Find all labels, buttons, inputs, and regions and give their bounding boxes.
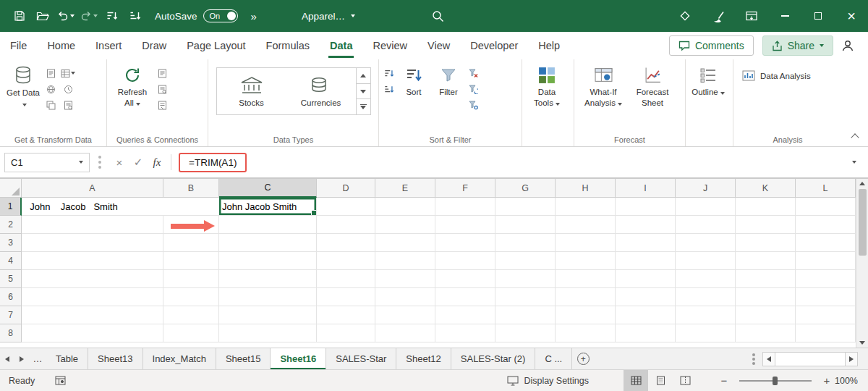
sheet-overflow-button[interactable]: …	[29, 348, 46, 369]
cell[interactable]	[796, 288, 856, 306]
from-text-csv-icon[interactable]	[43, 67, 58, 80]
cell[interactable]	[736, 216, 796, 234]
get-data-button[interactable]: Get Data	[3, 64, 43, 112]
properties-icon[interactable]	[155, 83, 169, 96]
cell[interactable]	[556, 234, 616, 252]
refresh-all-dropdown-icon[interactable]	[136, 103, 140, 106]
sensitivity-diamond-icon[interactable]	[668, 0, 702, 32]
recent-sources-icon[interactable]	[61, 83, 75, 96]
gallery-scroll-down-icon[interactable]	[357, 84, 370, 100]
sort-button[interactable]: Sort	[396, 64, 431, 100]
cell[interactable]	[676, 324, 736, 342]
ribbon-tab-formulas[interactable]: Formulas	[256, 32, 320, 59]
save-icon[interactable]	[9, 5, 30, 27]
document-title[interactable]: Apparel…	[302, 11, 355, 22]
cell[interactable]	[317, 216, 375, 234]
cell[interactable]	[736, 324, 796, 342]
cell[interactable]	[22, 234, 163, 252]
cell[interactable]	[676, 288, 736, 306]
cell[interactable]	[317, 252, 375, 270]
advanced-filter-icon[interactable]	[466, 98, 480, 112]
cell[interactable]	[22, 270, 163, 288]
gallery-scroll-up-icon[interactable]	[357, 68, 370, 84]
column-header-g[interactable]: G	[495, 179, 556, 198]
autosave-toggle[interactable]: On	[203, 9, 238, 22]
select-all-corner[interactable]	[0, 179, 22, 198]
column-header-b[interactable]: B	[163, 179, 219, 198]
ribbon-tab-home[interactable]: Home	[37, 32, 85, 59]
name-box-dropdown-icon[interactable]	[79, 161, 83, 164]
cell[interactable]	[495, 252, 556, 270]
cell[interactable]	[317, 234, 375, 252]
data-source-settings-icon[interactable]	[61, 98, 75, 112]
cell[interactable]	[375, 324, 435, 342]
cell[interactable]	[375, 270, 435, 288]
cell[interactable]	[616, 306, 676, 324]
cell[interactable]	[219, 252, 317, 270]
tab-splitter-handle[interactable]	[752, 358, 755, 361]
ribbon-tab-developer[interactable]: Developer	[460, 32, 528, 59]
column-header-d[interactable]: D	[317, 179, 375, 198]
cell[interactable]	[435, 306, 495, 324]
cell[interactable]	[676, 198, 736, 216]
ribbon-tab-data[interactable]: Data	[320, 32, 362, 59]
sheet-tab-sheet16-active[interactable]: Sheet16	[271, 348, 326, 369]
row-header-8[interactable]: 8	[0, 324, 22, 342]
cell[interactable]	[163, 288, 219, 306]
queries-connections-icon[interactable]	[155, 67, 169, 80]
cell[interactable]	[317, 324, 375, 342]
column-header-e[interactable]: E	[375, 179, 435, 198]
cell[interactable]	[556, 252, 616, 270]
cell[interactable]	[163, 324, 219, 342]
sort-ascending-icon[interactable]	[101, 5, 123, 27]
cell[interactable]	[556, 288, 616, 306]
normal-view-icon[interactable]	[624, 370, 648, 391]
column-header-c[interactable]: C	[219, 179, 317, 198]
hscroll-right-icon[interactable]	[845, 352, 858, 366]
hscroll-left-icon[interactable]	[762, 352, 775, 366]
qat-overflow-button[interactable]: »	[251, 10, 257, 22]
cell[interactable]	[219, 234, 317, 252]
sheet-tab-sales-star[interactable]: SALES-Star	[326, 348, 396, 369]
zoom-slider-knob[interactable]	[773, 377, 778, 385]
ribbon-tab-insert[interactable]: Insert	[85, 32, 132, 59]
minimize-button[interactable]	[768, 0, 801, 32]
data-type-stocks[interactable]: Stocks	[217, 68, 286, 114]
cell[interactable]	[495, 324, 556, 342]
outline-dropdown-icon[interactable]	[720, 92, 725, 95]
row-header-1[interactable]: 1	[0, 198, 22, 216]
row-header-5[interactable]: 5	[0, 270, 22, 288]
vertical-scrollbar[interactable]	[856, 179, 868, 348]
cell[interactable]	[163, 306, 219, 324]
cell[interactable]	[556, 216, 616, 234]
column-header-i[interactable]: I	[616, 179, 676, 198]
display-settings-button[interactable]: Display Settings	[507, 376, 589, 386]
cell[interactable]	[219, 306, 317, 324]
ribbon-tab-help[interactable]: Help	[528, 32, 570, 59]
cell[interactable]	[556, 306, 616, 324]
ribbon-tab-draw[interactable]: Draw	[132, 32, 176, 59]
zoom-out-button[interactable]: −	[716, 374, 732, 387]
cell[interactable]	[22, 288, 163, 306]
gallery-more-icon[interactable]	[357, 99, 370, 114]
column-header-a[interactable]: A	[22, 179, 163, 198]
cell[interactable]	[796, 270, 856, 288]
document-dropdown-icon[interactable]	[351, 14, 355, 17]
user-avatar-icon[interactable]	[833, 39, 862, 52]
cell[interactable]	[435, 324, 495, 342]
collapse-ribbon-icon[interactable]	[851, 133, 859, 141]
cell[interactable]	[317, 198, 375, 216]
row-header-4[interactable]: 4	[0, 252, 22, 270]
formula-input[interactable]: =TRIM(A1)	[189, 157, 237, 168]
cell[interactable]	[22, 324, 163, 342]
name-box[interactable]: C1	[4, 153, 90, 172]
cell[interactable]	[676, 306, 736, 324]
cell[interactable]	[375, 288, 435, 306]
from-web-icon[interactable]	[43, 83, 58, 96]
cell[interactable]	[495, 288, 556, 306]
cell[interactable]	[736, 198, 796, 216]
cell[interactable]	[736, 270, 796, 288]
cell[interactable]	[616, 270, 676, 288]
cell[interactable]	[495, 306, 556, 324]
cell[interactable]	[317, 306, 375, 324]
